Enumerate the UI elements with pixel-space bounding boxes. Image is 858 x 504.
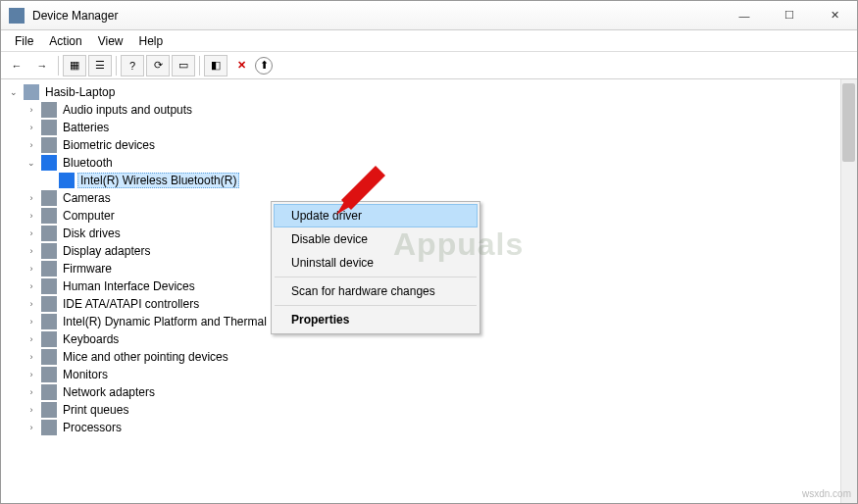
device-icon (41, 420, 57, 435)
tree-label: Human Interface Devices (60, 278, 198, 294)
toolbar-separator (58, 56, 59, 76)
tree-node[interactable]: ⌄Bluetooth (3, 154, 855, 172)
minimize-button[interactable]: — (722, 1, 767, 30)
device-icon (41, 349, 57, 365)
tree-label: Mice and other pointing devices (60, 349, 231, 365)
tree-twisty-icon[interactable]: › (25, 211, 38, 221)
tb-update-driver-icon[interactable]: ⬆ (255, 57, 273, 75)
device-icon (41, 137, 57, 153)
device-icon (24, 84, 39, 100)
tree-label: Hasib-Laptop (42, 84, 118, 100)
menu-action[interactable]: Action (41, 32, 89, 50)
close-button[interactable]: ✕ (812, 1, 857, 30)
tree-twisty-icon[interactable]: › (25, 228, 38, 238)
toolbar-separator (199, 56, 200, 76)
tb-back-icon[interactable]: ← (5, 55, 28, 76)
tree-label: Biometric devices (60, 137, 158, 153)
tree-label: Batteries (60, 120, 112, 135)
menu-help[interactable]: Help (131, 32, 172, 50)
device-icon (41, 296, 57, 312)
device-icon (41, 367, 57, 382)
tree-twisty-icon[interactable]: › (25, 246, 38, 256)
tb-scan-icon[interactable]: ◧ (204, 55, 227, 76)
tree-label: Computer (60, 208, 118, 224)
tree-twisty-icon[interactable]: › (25, 387, 38, 397)
scrollbar-track[interactable] (840, 79, 857, 503)
tree-node[interactable]: ›Processors (3, 419, 855, 436)
device-icon (41, 226, 57, 241)
tree-twisty-icon[interactable]: › (25, 193, 38, 203)
tree-twisty-icon[interactable]: › (25, 423, 38, 432)
device-icon (41, 155, 57, 171)
ctx-scan-hardware[interactable]: Scan for hardware changes (274, 279, 478, 303)
app-icon (9, 8, 25, 24)
tree-label: Display adapters (60, 243, 153, 259)
device-icon (41, 190, 57, 206)
annotation-arrow-icon (336, 156, 415, 215)
menu-file[interactable]: File (7, 32, 41, 50)
tree-twisty-icon[interactable]: › (25, 370, 38, 379)
device-icon (41, 314, 57, 329)
context-menu: Update driver Disable device Uninstall d… (271, 201, 480, 334)
ctx-divider (275, 277, 477, 277)
tree-node[interactable]: ›Print queues (3, 401, 855, 419)
tree-label: Firmware (60, 261, 115, 277)
tb-help-icon[interactable]: ? (121, 55, 144, 76)
tree-node[interactable]: ›Network adapters (3, 383, 855, 401)
device-icon (59, 173, 75, 188)
tree-twisty-icon[interactable]: › (25, 105, 38, 115)
toolbar: ← → ▦ ☰ ? ⟳ ▭ ◧ ✕ ⬆ (1, 52, 857, 79)
tree-label: Keyboards (60, 331, 122, 347)
tree-twisty-icon[interactable]: › (25, 352, 38, 362)
tree-twisty-icon[interactable]: › (25, 123, 38, 132)
tree-node[interactable]: ⌄Hasib-Laptop (3, 83, 855, 101)
ctx-disable-device[interactable]: Disable device (274, 227, 478, 251)
device-icon (41, 402, 57, 418)
tree-label: Audio inputs and outputs (60, 102, 195, 118)
titlebar: Device Manager — ☐ ✕ (1, 1, 857, 30)
tb-forward-icon[interactable]: → (30, 55, 54, 76)
tree-label: Cameras (60, 190, 114, 206)
window-title: Device Manager (32, 9, 118, 23)
tb-showall-icon[interactable]: ▦ (63, 55, 86, 76)
tree-twisty-icon[interactable]: › (25, 317, 38, 327)
tree-label: Disk drives (60, 226, 124, 241)
tb-refresh-icon[interactable]: ⟳ (146, 55, 170, 76)
tree-twisty-icon[interactable]: ⌄ (7, 87, 21, 97)
device-icon (41, 102, 57, 118)
tree-label: IDE ATA/ATAPI controllers (60, 296, 202, 312)
menubar: File Action View Help (1, 30, 857, 52)
device-icon (41, 243, 57, 259)
tree-twisty-icon[interactable]: › (25, 334, 38, 344)
tree-twisty-icon[interactable]: › (25, 140, 38, 150)
maximize-button[interactable]: ☐ (767, 1, 812, 30)
tree-label: Monitors (60, 367, 111, 382)
tree-node[interactable]: Intel(R) Wireless Bluetooth(R) (3, 172, 855, 189)
tree-twisty-icon[interactable]: › (25, 281, 38, 291)
ctx-divider (275, 305, 477, 306)
tree-twisty-icon[interactable]: › (25, 405, 38, 415)
device-icon (41, 208, 57, 224)
tb-viewmode-icon[interactable]: ▭ (172, 55, 195, 76)
tb-remove-icon[interactable]: ✕ (229, 55, 253, 76)
device-icon (41, 278, 57, 294)
tree-node[interactable]: ›Audio inputs and outputs (3, 101, 855, 119)
scrollbar-thumb[interactable] (842, 83, 855, 162)
ctx-uninstall-device[interactable]: Uninstall device (274, 251, 478, 275)
tb-properties-icon[interactable]: ☰ (88, 55, 112, 76)
tree-label: Intel(R) Wireless Bluetooth(R) (77, 173, 239, 188)
tree-label: Bluetooth (60, 155, 116, 171)
ctx-properties[interactable]: Properties (274, 308, 478, 331)
tree-twisty-icon[interactable]: › (25, 299, 38, 309)
tree-twisty-icon[interactable]: › (25, 264, 38, 274)
tree-node[interactable]: ›Biometric devices (3, 136, 855, 154)
tree-label: Network adapters (60, 384, 158, 400)
tree-twisty-icon[interactable]: ⌄ (25, 158, 38, 168)
menu-view[interactable]: View (90, 32, 131, 50)
tree-node[interactable]: ›Batteries (3, 119, 855, 136)
tree-label: Print queues (60, 402, 131, 418)
device-icon (41, 331, 57, 347)
tree-node[interactable]: ›Monitors (3, 366, 855, 383)
tree-node[interactable]: ›Mice and other pointing devices (3, 348, 855, 366)
tree-label: Processors (60, 420, 125, 435)
